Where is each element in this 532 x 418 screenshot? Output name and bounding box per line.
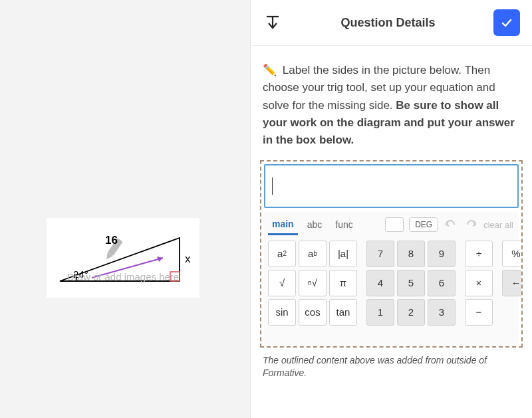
clear-all-button[interactable]: clear all (483, 220, 513, 230)
blank-toggle[interactable] (385, 217, 404, 232)
external-content-footnote: The outlined content above was added fro… (251, 350, 532, 389)
key-abs[interactable]: |a| (329, 241, 357, 267)
deg-toggle[interactable]: DEG (409, 217, 438, 232)
question-text: ✏️ Label the sides in the picture below.… (251, 46, 532, 160)
opposite-label: x (185, 253, 191, 266)
key-2[interactable]: 2 (397, 299, 425, 326)
arrow-down-bar-icon (265, 15, 280, 31)
key-nth-root[interactable]: n√ (299, 270, 327, 296)
text-cursor (272, 177, 273, 195)
external-content-outline: main abc func DEG clear all (260, 160, 523, 348)
key-3[interactable]: 3 (428, 299, 456, 326)
move-down-button[interactable] (263, 13, 283, 33)
key-sqrt[interactable]: √ (268, 270, 296, 296)
triangle-diagram[interactable]: 16 24° x Draw or add images here (47, 218, 200, 298)
math-answer-input[interactable] (264, 164, 519, 208)
key-6[interactable]: 6 (428, 270, 456, 296)
tab-abc[interactable]: abc (303, 215, 327, 234)
key-4[interactable]: 4 (366, 270, 394, 296)
hypotenuse-label: 16 (105, 234, 118, 247)
key-a-power-b[interactable]: ab (299, 241, 327, 267)
check-icon (500, 16, 513, 29)
math-keypad: main abc func DEG clear all (264, 212, 519, 346)
key-multiply[interactable]: × (465, 270, 493, 296)
undo-button[interactable] (444, 218, 458, 231)
key-sin[interactable]: sin (268, 299, 296, 326)
redo-button[interactable] (464, 218, 478, 231)
key-cos[interactable]: cos (299, 299, 327, 326)
key-grid: a2 ab |a| 7 8 9 ÷ % √ n√ π 4 (264, 235, 519, 326)
key-a-squared[interactable]: a2 (268, 241, 296, 267)
key-minus[interactable]: − (465, 299, 493, 326)
redo-icon (464, 220, 477, 229)
key-1[interactable]: 1 (366, 299, 394, 326)
confirm-button[interactable] (493, 9, 520, 36)
angle-label: 24° (73, 268, 88, 280)
panel-header: Question Details (251, 0, 532, 46)
key-7[interactable]: 7 (366, 241, 394, 267)
key-8[interactable]: 8 (397, 241, 425, 267)
svg-line-2 (92, 258, 163, 278)
canvas-area[interactable]: 16 24° x Draw or add images here (0, 0, 250, 418)
key-pi[interactable]: π (329, 270, 357, 296)
tab-main[interactable]: main (268, 215, 298, 235)
svg-rect-1 (170, 272, 180, 281)
details-panel: Question Details ✏️ Label the sides in t… (250, 0, 532, 418)
key-backspace[interactable]: ← (502, 270, 523, 296)
key-9[interactable]: 9 (428, 241, 456, 267)
panel-title: Question Details (340, 16, 435, 30)
undo-icon (444, 220, 458, 229)
pencil-icon: ✏️ (263, 64, 277, 76)
key-percent[interactable]: % (502, 241, 523, 267)
key-5[interactable]: 5 (397, 270, 425, 296)
keypad-tabs: main abc func DEG clear all (264, 212, 519, 235)
triangle-svg (47, 218, 200, 298)
key-tan[interactable]: tan (329, 299, 357, 326)
tab-func[interactable]: func (331, 215, 356, 234)
key-divide[interactable]: ÷ (465, 241, 493, 267)
